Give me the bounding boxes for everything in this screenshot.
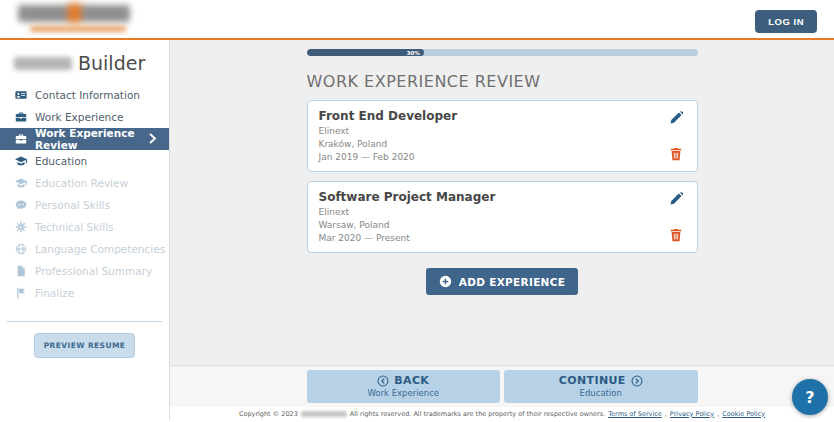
logo-redacted-text: [18, 5, 130, 22]
graduation-cap-icon: [15, 155, 27, 167]
comment-icon: [15, 199, 27, 211]
sidebar-item-work-experience[interactable]: Work Experience: [0, 106, 169, 128]
experience-dates: Mar 2020 — Present: [319, 232, 667, 245]
experience-card: Software Project Manager Elinext Warsaw,…: [307, 181, 698, 253]
trash-icon: [669, 228, 683, 242]
sidebar-item-label: Professional Summary: [35, 265, 152, 277]
bottom-nav-bar: BACK Work Experience CONTINUE Education: [170, 365, 834, 407]
flag-icon: [15, 287, 27, 299]
back-sublabel: Work Experience: [307, 388, 501, 398]
link-separator: ,: [665, 410, 667, 418]
preview-resume-button[interactable]: PREVIEW RESUME: [34, 333, 136, 358]
chevron-right-icon: [146, 132, 159, 145]
briefcase-icon: [15, 111, 27, 123]
pencil-icon: [669, 111, 683, 125]
sidebar-item-label: Language Competencies: [35, 243, 165, 255]
privacy-policy-link[interactable]: Privacy Policy: [670, 410, 714, 418]
experience-company: Elinext: [319, 206, 667, 219]
copyright-prefix: Copyright © 2023: [239, 410, 298, 418]
sidebar-title: Builder: [0, 48, 169, 84]
resume-builder-page: LOG IN Builder Contact Information Work …: [0, 0, 834, 422]
progress-bar: 30%: [307, 49, 698, 56]
sidebar-item-label: Education Review: [35, 177, 128, 189]
sidebar-divider: [7, 321, 162, 322]
copyright-rights-text: All rights reserved. All trademarks are …: [350, 410, 605, 418]
sidebar-item-education[interactable]: Education: [0, 150, 169, 172]
pencil-icon: [669, 192, 683, 206]
logo-tagline-redacted: [30, 26, 126, 32]
experience-location: Kraków, Poland: [319, 138, 667, 151]
sidebar-item-label: Personal Skills: [35, 199, 110, 211]
sidebar-item-label: Technical Skills: [35, 221, 114, 233]
experience-info: Software Project Manager Elinext Warsaw,…: [319, 190, 667, 245]
brand-name-redacted: [14, 57, 72, 70]
sidebar-item-contact-information[interactable]: Contact Information: [0, 84, 169, 106]
main-content: 30% WORK EXPERIENCE REVIEW Front End Dev…: [170, 40, 834, 420]
sidebar-item-label: Contact Information: [35, 89, 140, 101]
continue-sublabel: Education: [504, 388, 698, 398]
arrow-circle-right-icon: [631, 375, 643, 387]
edit-experience-button[interactable]: [669, 111, 684, 126]
top-header: LOG IN: [0, 0, 834, 40]
logo-orange-mark: [68, 3, 81, 23]
globe-icon: [15, 243, 27, 255]
sidebar-item-personal-skills[interactable]: Personal Skills: [0, 194, 169, 216]
sidebar-item-professional-summary[interactable]: Professional Summary: [0, 260, 169, 282]
experience-title: Front End Developer: [319, 109, 667, 123]
login-button[interactable]: LOG IN: [755, 10, 817, 33]
sidebar-item-language-competencies[interactable]: Language Competencies: [0, 238, 169, 260]
document-icon: [15, 265, 27, 277]
copyright-bar: Copyright © 2023 All rights reserved. Al…: [170, 407, 834, 420]
sidebar-title-text: Builder: [78, 52, 145, 74]
experience-company: Elinext: [319, 125, 667, 138]
continue-label: CONTINUE: [559, 374, 626, 387]
graduation-cap-icon: [15, 177, 27, 189]
link-separator: ,: [717, 410, 719, 418]
edit-experience-button[interactable]: [669, 192, 684, 207]
progress-percent-label: 30%: [407, 50, 424, 56]
terms-of-service-link[interactable]: Terms of Service: [608, 410, 662, 418]
page-title: WORK EXPERIENCE REVIEW: [307, 72, 698, 91]
continue-button[interactable]: CONTINUE Education: [504, 370, 698, 403]
help-button[interactable]: ?: [792, 379, 828, 415]
sidebar: Builder Contact Information Work Experie…: [0, 40, 170, 420]
copyright-brand-redacted: [301, 411, 347, 417]
sidebar-item-education-review[interactable]: Education Review: [0, 172, 169, 194]
progress-bar-fill: 30%: [307, 49, 424, 56]
plus-circle-icon: [439, 275, 452, 288]
add-experience-label: ADD EXPERIENCE: [459, 276, 565, 288]
cookie-policy-link[interactable]: Cookie Policy: [722, 410, 765, 418]
sidebar-item-work-experience-review[interactable]: Work Experience Review: [0, 128, 169, 150]
experience-location: Warsaw, Poland: [319, 219, 667, 232]
briefcase-icon: [15, 133, 27, 145]
add-experience-button[interactable]: ADD EXPERIENCE: [426, 268, 578, 295]
trash-icon: [669, 147, 683, 161]
sidebar-item-label: Finalize: [35, 287, 74, 299]
experience-dates: Jan 2019 — Feb 2020: [319, 151, 667, 164]
brand-logo: [18, 5, 138, 32]
sidebar-item-label: Education: [35, 155, 87, 167]
experience-info: Front End Developer Elinext Kraków, Pola…: [319, 109, 667, 164]
back-label: BACK: [394, 374, 429, 387]
experience-card: Front End Developer Elinext Kraków, Pola…: [307, 100, 698, 172]
sidebar-item-technical-skills[interactable]: Technical Skills: [0, 216, 169, 238]
arrow-circle-left-icon: [377, 375, 389, 387]
back-button[interactable]: BACK Work Experience: [307, 370, 501, 403]
delete-experience-button[interactable]: [669, 147, 684, 162]
sidebar-item-finalize[interactable]: Finalize: [0, 282, 169, 304]
delete-experience-button[interactable]: [669, 228, 684, 243]
id-card-icon: [15, 89, 27, 101]
sidebar-item-label: Work Experience: [35, 111, 123, 123]
experience-title: Software Project Manager: [319, 190, 667, 204]
gear-icon: [15, 221, 27, 233]
